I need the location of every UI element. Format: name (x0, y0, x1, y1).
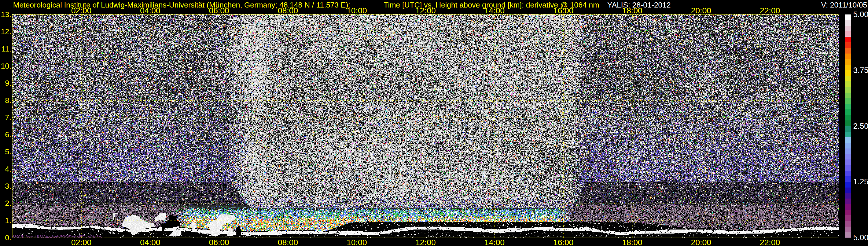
colorbar-segment (845, 48, 851, 54)
colorbar-segment (845, 31, 851, 37)
colorbar-segment (845, 193, 851, 198)
height-tick-label: 13. (0, 10, 11, 19)
colorbar-segment (845, 176, 851, 182)
colorbar-segment (845, 159, 851, 165)
bottom-time-tick-label: 02:00 (62, 238, 100, 246)
colorbar-segment (845, 204, 851, 210)
bottom-time-tick-label: 20:00 (682, 238, 720, 246)
colorbar-segment (845, 154, 851, 159)
colorbar-segment (845, 54, 851, 59)
plot-area (12, 14, 839, 238)
colorbar-tick-label: 5.00 (853, 233, 868, 242)
colorbar-segment (845, 14, 851, 20)
version-label: V: 2011/10/05 (802, 1, 867, 9)
colorbar-segment (845, 171, 851, 176)
height-tick-label: 1. (0, 216, 11, 225)
height-tick-label: 6. (0, 130, 11, 139)
gridlines-canvas (12, 14, 839, 238)
colorbar-segment (845, 42, 851, 48)
bottom-time-tick-label: 08:00 (269, 238, 307, 246)
colorbar-tick-label: 1.25 (853, 177, 868, 186)
colorbar-segment (845, 115, 851, 120)
colorbar-segment (845, 20, 851, 26)
colorbar-segment (845, 76, 851, 81)
colorbar-segment (845, 182, 851, 187)
colorbar-segment (845, 143, 851, 148)
bottom-time-tick-label: 14:00 (476, 238, 513, 246)
bottom-time-tick-label: 12:00 (407, 238, 444, 246)
colorbar-tick-label: 3.75 (853, 66, 868, 75)
colorbar-segment (845, 98, 851, 103)
height-tick-label: 9. (0, 79, 11, 88)
bottom-time-tick-label: 04:00 (131, 238, 169, 246)
height-tick-label: 10. (0, 61, 11, 71)
colorbar-segment (845, 37, 851, 42)
height-tick-label: 3. (0, 181, 11, 191)
height-tick-label: 4. (0, 164, 11, 174)
colorbar-segment (845, 198, 851, 204)
height-tick-label: 7. (0, 113, 11, 122)
bottom-time-tick-label: 06:00 (200, 238, 238, 246)
colorbar-segment (845, 215, 851, 221)
colorbar-segment (845, 59, 851, 65)
colorbar-segment (845, 110, 851, 115)
colorbar-segment (845, 210, 851, 215)
colorbar-segment (845, 188, 851, 193)
colorbar-tick-label: 2.50 (853, 122, 868, 130)
colorbar-segment (845, 149, 851, 154)
colorbar-segment (845, 104, 851, 110)
colorbar-tick-label: 5.00 (853, 10, 868, 19)
bottom-time-tick-label: 18:00 (613, 238, 651, 246)
colorbar-segment (845, 26, 851, 31)
bottom-time-tick-label: 16:00 (545, 238, 582, 246)
height-tick-label: 12. (0, 27, 11, 36)
height-tick-label: 0. (0, 233, 11, 242)
colorbar-segment (845, 65, 851, 70)
colorbar-segment (845, 137, 851, 143)
height-tick-label: 11. (0, 44, 11, 54)
bottom-time-tick-label: 22:00 (751, 238, 789, 246)
colorbar-segment (845, 165, 851, 171)
height-tick-label: 8. (0, 96, 11, 105)
colorbar-segment (845, 221, 851, 226)
bottom-time-tick-label: 10:00 (338, 238, 376, 246)
colorbar-segment (845, 87, 851, 93)
colorbar-segment (845, 126, 851, 132)
colorbar-segment (845, 132, 851, 137)
colorbar-segment (845, 81, 851, 87)
lidar-quicklook-page: { "header": { "institute_title": "Meteor… (0, 0, 868, 246)
colorbar-segment (845, 120, 851, 126)
height-tick-label: 5. (0, 147, 11, 156)
colorbar-segment (845, 226, 851, 232)
colorbar-segment (845, 232, 851, 238)
colorbar-segment (845, 93, 851, 98)
colorbar-segment (845, 70, 851, 76)
colorbar (845, 14, 851, 238)
height-tick-label: 2. (0, 198, 11, 208)
